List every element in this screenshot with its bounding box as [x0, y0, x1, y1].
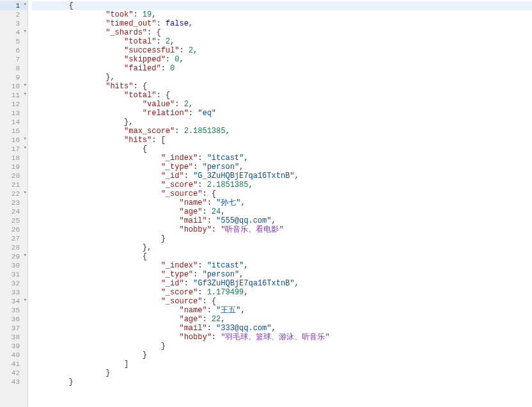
code-line[interactable]: "_id": "G_3ZuHQBjE7qa16TxtnB",	[32, 172, 532, 180]
line-number[interactable]: 13	[0, 109, 27, 118]
line-number[interactable]: 3	[0, 19, 27, 28]
code-line[interactable]: },	[32, 118, 532, 127]
line-number[interactable]: 20	[0, 172, 27, 180]
line-number[interactable]: 11▾	[0, 91, 27, 100]
code-line[interactable]: "total": {	[32, 91, 532, 100]
code-line[interactable]: "age": 24,	[32, 207, 532, 216]
code-line[interactable]: "_type": "person",	[32, 270, 532, 279]
line-number[interactable]: 19	[0, 163, 27, 172]
line-number[interactable]: 7	[0, 55, 27, 64]
line-number[interactable]: 6	[0, 46, 27, 55]
code-line[interactable]: },	[32, 73, 532, 82]
line-number[interactable]: 36	[0, 315, 27, 324]
fold-toggle-icon[interactable]: ▾	[21, 253, 27, 259]
fold-toggle-icon[interactable]: ▾	[21, 298, 27, 303]
code-line[interactable]: "value": 2,	[32, 100, 532, 109]
code-line[interactable]: }	[32, 378, 532, 387]
code-line[interactable]: "skipped": 0,	[32, 55, 532, 64]
line-number[interactable]: 34▾	[0, 297, 27, 306]
line-number[interactable]: 23	[0, 198, 27, 207]
fold-toggle-icon[interactable]: ▾	[21, 136, 27, 142]
code-line[interactable]: "_score": 1.179499,	[32, 288, 532, 297]
line-number[interactable]: 24	[0, 207, 27, 216]
line-number[interactable]: 17▾	[0, 145, 27, 154]
line-number[interactable]: 33	[0, 288, 27, 297]
line-number[interactable]: 9	[0, 73, 27, 82]
line-number[interactable]: 41	[0, 360, 27, 369]
line-number[interactable]: 29▾	[0, 252, 27, 261]
line-number[interactable]: 16▾	[0, 136, 27, 145]
code-line[interactable]: "_shards": {	[32, 28, 532, 37]
code-line[interactable]: "mail": "333@qq.com",	[32, 324, 532, 333]
code-line[interactable]: "total": 2,	[32, 37, 532, 46]
token-punct: : {	[202, 189, 216, 198]
code-line[interactable]: "hobby": "羽毛球、篮球、游泳、听音乐"	[32, 333, 532, 342]
code-line[interactable]: "failed": 0	[32, 64, 532, 73]
code-line[interactable]: }	[32, 234, 532, 243]
code-line[interactable]: "mail": "555@qq.com",	[32, 216, 532, 225]
line-number[interactable]: 10▾	[0, 82, 27, 91]
code-line[interactable]: "max_score": 2.1851385,	[32, 127, 532, 136]
code-line[interactable]: "successful": 2,	[32, 46, 532, 55]
line-number[interactable]: 5	[0, 37, 27, 46]
line-number[interactable]: 30	[0, 261, 27, 270]
code-line[interactable]: "age": 22,	[32, 315, 532, 324]
code-line[interactable]: "name": "孙七",	[32, 198, 532, 207]
code-line[interactable]: "_index": "itcast",	[32, 261, 532, 270]
line-number[interactable]: 12	[0, 100, 27, 109]
code-line[interactable]: }	[32, 369, 532, 378]
line-number[interactable]: 15	[0, 127, 27, 136]
code-line[interactable]: "timed_out": false,	[32, 19, 532, 28]
line-number[interactable]: 25	[0, 216, 27, 225]
line-number[interactable]: 21	[0, 180, 27, 189]
code-line[interactable]: },	[32, 243, 532, 252]
line-number[interactable]: 43	[0, 378, 27, 387]
line-number[interactable]: 18	[0, 154, 27, 163]
code-line[interactable]: "name": "王五",	[32, 306, 532, 315]
code-line[interactable]: "took": 19,	[32, 10, 532, 19]
line-number[interactable]: 27	[0, 234, 27, 243]
fold-toggle-icon[interactable]: ▾	[21, 92, 27, 97]
code-line[interactable]: "relation": "eq"	[32, 109, 532, 118]
line-number[interactable]: 2	[0, 10, 27, 19]
line-number[interactable]: 37	[0, 324, 27, 333]
code-line[interactable]: "_score": 2.1851385,	[32, 180, 532, 189]
code-line[interactable]: {	[32, 252, 532, 261]
fold-toggle-icon[interactable]: ▾	[21, 2, 27, 8]
code-area[interactable]: { "took": 19, "timed_out": false, "_shar…	[28, 0, 532, 407]
code-line[interactable]: ]	[32, 360, 532, 369]
code-line[interactable]: "hits": [	[32, 136, 532, 145]
code-line[interactable]: "hits": {	[32, 82, 532, 91]
fold-toggle-icon[interactable]: ▾	[21, 83, 27, 88]
code-line[interactable]: "_source": {	[32, 189, 532, 198]
line-number[interactable]: 32	[0, 279, 27, 288]
line-number[interactable]: 35	[0, 306, 27, 315]
line-number[interactable]: 14	[0, 118, 27, 127]
line-number[interactable]: 26	[0, 225, 27, 234]
line-number[interactable]: 39	[0, 342, 27, 351]
code-line[interactable]: "_source": {	[32, 297, 532, 306]
code-line[interactable]: "_id": "Gf3ZuHQBjE7qa16TxtnB",	[32, 279, 532, 288]
line-number[interactable]: 28	[0, 243, 27, 252]
token-key: "total"	[124, 37, 156, 46]
line-number[interactable]: 4▾	[0, 28, 27, 37]
code-line[interactable]: "_index": "itcast",	[32, 154, 532, 163]
line-number-gutter[interactable]: 1▾234▾5678910▾11▾1213141516▾17▾181920212…	[0, 0, 28, 407]
line-number[interactable]: 1▾	[0, 1, 27, 10]
code-line[interactable]: {	[32, 1, 532, 10]
line-number[interactable]: 31	[0, 270, 27, 279]
line-number[interactable]: 42	[0, 369, 27, 378]
code-line[interactable]: "hobby": "听音乐、看电影"	[32, 225, 532, 234]
token-punct: }	[106, 369, 110, 378]
fold-toggle-icon[interactable]: ▾	[21, 190, 27, 196]
code-line[interactable]: "_type": "person",	[32, 163, 532, 172]
code-line[interactable]: {	[32, 145, 532, 154]
fold-toggle-icon[interactable]: ▾	[21, 145, 27, 151]
line-number[interactable]: 40	[0, 351, 27, 360]
line-number[interactable]: 8	[0, 64, 27, 73]
line-number[interactable]: 38	[0, 333, 27, 342]
code-line[interactable]: }	[32, 351, 532, 360]
fold-toggle-icon[interactable]: ▾	[21, 29, 27, 35]
code-line[interactable]: }	[32, 342, 532, 351]
line-number[interactable]: 22▾	[0, 189, 27, 198]
